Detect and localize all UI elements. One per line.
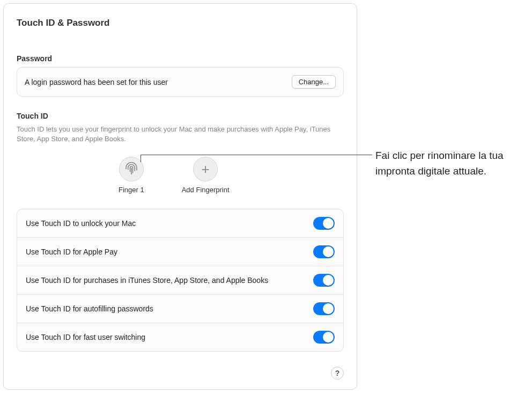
option-fast-user-switching: Use Touch ID for fast user switching [17, 323, 343, 351]
toggle-unlock-mac[interactable] [313, 217, 335, 230]
option-label: Use Touch ID for autofilling passwords [26, 304, 153, 314]
password-status-text: A login password has been set for this u… [25, 78, 168, 86]
password-status-box: A login password has been set for this u… [17, 67, 344, 97]
option-label: Use Touch ID for Apple Pay [26, 247, 117, 257]
touchid-options-box: Use Touch ID to unlock your Mac Use Touc… [17, 209, 344, 352]
callout-connector-line [141, 155, 372, 155]
fingerprint-icon [119, 157, 144, 181]
option-label: Use Touch ID for purchases in iTunes Sto… [26, 275, 268, 286]
touchid-section-title: Touch ID [17, 112, 344, 120]
toggle-apple-pay[interactable] [313, 245, 335, 258]
fingerprints-row: Finger 1 + Add Fingerprint [17, 157, 344, 194]
toggle-fast-user-switching[interactable] [313, 331, 335, 344]
option-label: Use Touch ID for fast user switching [26, 332, 145, 343]
help-button[interactable]: ? [331, 367, 344, 380]
option-autofill: Use Touch ID for autofilling passwords [17, 295, 343, 323]
option-apple-pay: Use Touch ID for Apple Pay [17, 238, 343, 266]
option-purchases: Use Touch ID for purchases in iTunes Sto… [17, 266, 343, 295]
option-label: Use Touch ID to unlock your Mac [26, 219, 136, 229]
page-title: Touch ID & Password [17, 18, 344, 28]
fingerprint-finger1[interactable]: Finger 1 [119, 157, 144, 194]
callout-connector-line-vertical [141, 155, 141, 162]
toggle-purchases[interactable] [313, 274, 335, 287]
touchid-section: Touch ID Touch ID lets you use your fing… [17, 112, 344, 352]
option-unlock-mac: Use Touch ID to unlock your Mac [17, 209, 343, 238]
change-password-button[interactable]: Change... [292, 75, 336, 89]
password-section-title: Password [17, 54, 344, 63]
settings-panel: Touch ID & Password Password A login pas… [3, 3, 357, 390]
add-fingerprint-button[interactable]: + Add Fingerprint [182, 157, 230, 194]
fingerprint-label: Finger 1 [119, 186, 144, 194]
callout-text: Fai clic per rinominare la tua impronta … [375, 148, 526, 179]
toggle-autofill[interactable] [313, 302, 335, 315]
plus-icon: + [193, 157, 218, 181]
add-fingerprint-label: Add Fingerprint [182, 186, 230, 194]
touchid-description: Touch ID lets you use your fingerprint t… [17, 125, 333, 144]
